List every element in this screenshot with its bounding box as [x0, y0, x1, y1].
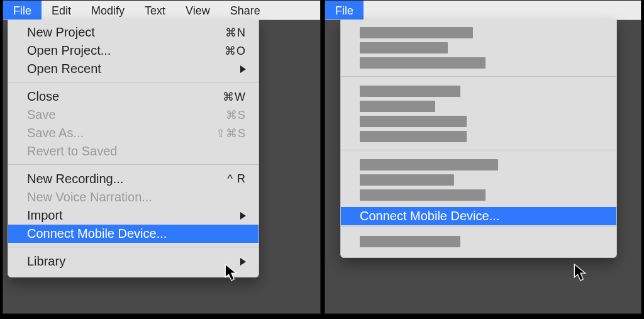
- menu-item-revert: Revert to Saved: [8, 142, 258, 160]
- file-dropdown-left: New Project ⌘N Open Project... ⌘O Open R…: [8, 20, 259, 277]
- menu-separator: [341, 76, 616, 77]
- submenu-arrow-icon: [240, 65, 246, 73]
- menu-separator: [8, 164, 258, 165]
- menu-item-shortcut: ^ R: [208, 172, 246, 186]
- menu-item-new-voice-narration: New Voice Narration...: [8, 188, 258, 206]
- menu-item-label: Library: [27, 254, 240, 269]
- menu-item-label: New Voice Narration...: [27, 190, 246, 204]
- menu-item-label: Import: [27, 208, 240, 223]
- menu-file[interactable]: File: [325, 1, 364, 20]
- menu-modify[interactable]: Modify: [81, 1, 135, 20]
- menu-text[interactable]: Text: [135, 1, 175, 20]
- menu-share[interactable]: Share: [220, 1, 270, 20]
- menu-separator: [8, 247, 258, 247]
- menu-item-label: Connect Mobile Device...: [360, 209, 604, 223]
- menu-item-close[interactable]: Close ⌘W: [8, 87, 258, 106]
- menu-item-label: New Project: [27, 25, 208, 40]
- menu-item-library[interactable]: Library: [8, 252, 258, 271]
- menu-item-label: Close: [27, 89, 208, 104]
- menu-item-shortcut: ⇧⌘S: [208, 126, 246, 140]
- submenu-arrow-icon: [240, 258, 246, 266]
- menu-item-connect-mobile-device[interactable]: Connect Mobile Device...: [8, 225, 258, 243]
- menu-item-save-as: Save As... ⇧⌘S: [8, 124, 258, 142]
- menu-separator: [8, 82, 258, 82]
- placeholder-item: [360, 86, 460, 97]
- menu-edit[interactable]: Edit: [42, 1, 81, 20]
- menu-item-label: New Recording...: [27, 172, 208, 186]
- menu-item-label: Save As...: [27, 126, 208, 140]
- placeholder-item: [360, 42, 448, 53]
- placeholder-item: [360, 131, 467, 142]
- placeholder-item: [360, 159, 498, 171]
- placeholder-item: [360, 116, 467, 127]
- menu-item-new-project[interactable]: New Project ⌘N: [8, 23, 258, 42]
- menu-separator: [341, 150, 616, 150]
- menubar-right: File: [325, 1, 641, 20]
- placeholder-item: [360, 27, 473, 38]
- panel-left: File Edit Modify Text View Share New Pro…: [3, 0, 321, 314]
- placeholder-item: [360, 174, 454, 186]
- menu-item-new-recording[interactable]: New Recording... ^ R: [8, 170, 258, 188]
- menu-item-label: Open Project...: [27, 43, 208, 58]
- menu-item-shortcut: ⌘W: [208, 90, 246, 104]
- submenu-arrow-icon: [240, 212, 246, 220]
- menu-view[interactable]: View: [175, 1, 220, 20]
- placeholder-item: [360, 236, 460, 247]
- mouse-cursor-icon: [574, 264, 587, 281]
- menu-item-open-recent[interactable]: Open Recent: [8, 60, 258, 78]
- menu-item-shortcut: ⌘O: [208, 44, 246, 58]
- menu-item-label: Save: [27, 108, 208, 122]
- menu-item-save: Save ⌘S: [8, 106, 258, 124]
- placeholder-item: [360, 101, 435, 112]
- menubar-left: File Edit Modify Text View Share: [3, 1, 320, 20]
- menu-item-import[interactable]: Import: [8, 206, 258, 225]
- panel-right: File Connect Mobile Device...: [325, 0, 641, 314]
- placeholder-item: [360, 189, 486, 201]
- menu-item-connect-mobile-device[interactable]: Connect Mobile Device...: [341, 207, 616, 225]
- menu-file[interactable]: File: [3, 1, 42, 20]
- placeholder-item: [360, 57, 486, 69]
- menu-item-label: Open Recent: [27, 62, 240, 76]
- menu-item-open-project[interactable]: Open Project... ⌘O: [8, 42, 258, 60]
- menu-separator: [341, 227, 616, 227]
- file-dropdown-right: Connect Mobile Device...: [340, 20, 617, 258]
- menu-item-shortcut: ⌘N: [208, 26, 246, 40]
- menu-item-label: Connect Mobile Device...: [27, 227, 246, 241]
- menu-item-shortcut: ⌘S: [208, 108, 246, 122]
- menu-item-label: Revert to Saved: [27, 144, 246, 159]
